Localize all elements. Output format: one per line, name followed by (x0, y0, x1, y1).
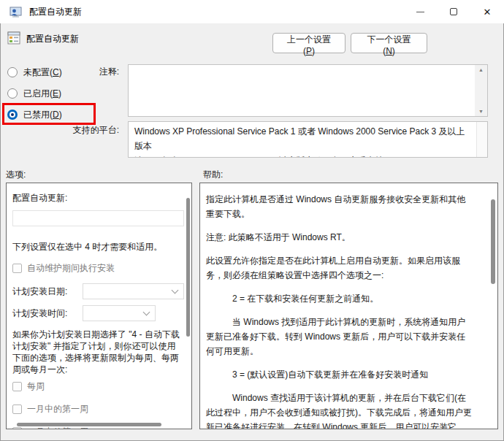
titlebar: 配置自动更新 ✕ (0, 0, 504, 23)
group-policy-setting-window: 配置自动更新 ✕ 配置自动更新 上一个设置(P) 下一个设置(N) 未配置(C)… (0, 0, 504, 441)
header-row: 配置自动更新 上一个设置(P) 下一个设置(N) (0, 23, 504, 58)
options-horizontal-scrollbar[interactable] (17, 423, 161, 426)
maximize-icon (450, 8, 457, 15)
help-paragraph: 当 Windows 找到适用于此计算机的更新时，系统将通知用户更新已准备好下载。… (206, 315, 474, 358)
comment-value (129, 65, 475, 116)
help-paragraph: 此设置允许你指定是否在此计算机上启用自动更新。如果启用该服务，则必须在组策略设置… (206, 253, 474, 283)
checkbox-icon (12, 404, 22, 414)
help-paragraph: 2 = 在下载和安装任何更新之前通知。 (206, 291, 474, 306)
radio-enabled[interactable]: 已启用(E) (7, 87, 61, 100)
radio-icon (7, 67, 18, 77)
close-button[interactable]: ✕ (470, 0, 504, 23)
setting-title: 配置自动更新 (26, 33, 79, 45)
help-paragraph: Windows 查找适用于该计算机的更新，并在后台下载它们(在此过程中，用户不会… (206, 391, 474, 429)
options-panel: 配置自动更新: 下列设置仅在选中 4 时才需要和适用。 自动维护期间执行安装 计… (6, 183, 192, 429)
options-vertical-scrollbar[interactable] (186, 198, 190, 337)
chevron-down-icon (143, 308, 150, 315)
minimize-icon (416, 12, 424, 12)
scheduled-day-row: 计划安装日期: (12, 283, 184, 299)
comment-scrollbar[interactable]: ▲ ▼ (475, 65, 487, 116)
checkbox-label: 每周 (27, 380, 45, 393)
options-note: 下列设置仅在选中 4 时才需要和适用。 (12, 241, 184, 253)
comment-label: 注释: (44, 66, 119, 78)
next-setting-button[interactable]: 下一个设置(N) (351, 33, 427, 53)
checkbox-label: 一月中的第一周 (27, 403, 88, 415)
radio-icon-selected (7, 110, 18, 120)
maintenance-checkbox-row[interactable]: 自动维护期间执行安装 (12, 262, 184, 275)
close-icon: ✕ (484, 7, 492, 17)
configure-updates-heading: 配置自动更新: (12, 192, 184, 204)
window-title: 配置自动更新 (29, 6, 82, 18)
first-week-checkbox-row[interactable]: 一月中的第一周 (12, 403, 184, 415)
options-paragraph: 如果你为计划安装日期选择了 "4 - 自动下载计划安装" 并指定了计划，则你还可… (12, 329, 184, 375)
checkbox-label: 自动维护期间执行安装 (27, 262, 115, 275)
scheduled-day-label: 计划安装日期: (12, 285, 83, 298)
options-section-label: 选项: (6, 169, 26, 181)
configure-updates-dropdown[interactable] (12, 210, 184, 226)
supported-line-2: 选项 7 仅在 Windows Server 2016 及以上版本的服务器上受支… (134, 156, 383, 157)
scheduled-time-label: 计划安装时间: (12, 307, 83, 320)
help-section-label: 帮助: (203, 169, 223, 181)
help-panel: 指定此计算机是否通过 Windows 自动更新服务接收安全更新和其他重要下载。 … (199, 183, 498, 429)
help-text: 指定此计算机是否通过 Windows 自动更新服务接收安全更新和其他重要下载。 … (200, 183, 497, 429)
scheduled-time-dropdown[interactable] (83, 305, 156, 321)
supported-label: 支持的平台: (44, 124, 119, 137)
scheduled-day-dropdown[interactable] (83, 283, 184, 299)
radio-label: 已禁用(D) (23, 109, 62, 121)
scroll-up-icon[interactable]: ▲ (478, 67, 484, 72)
help-paragraph: 注意: 此策略不适用于 Windows RT。 (206, 230, 474, 245)
help-paragraph: 指定此计算机是否通过 Windows 自动更新服务接收安全更新和其他重要下载。 (206, 192, 474, 221)
help-paragraph: 3 = (默认设置)自动下载更新并在准备好安装时通知 (206, 367, 474, 382)
radio-disabled[interactable]: 已禁用(D) (7, 108, 62, 121)
maximize-button[interactable] (437, 0, 470, 23)
checkbox-icon (12, 382, 22, 391)
supported-line-1: Windows XP Professional Service Pack 1 或… (134, 126, 465, 151)
scheduled-time-row: 计划安装时间: (12, 305, 184, 321)
scroll-down-icon[interactable]: ▼ (478, 109, 484, 114)
supported-scrollbar[interactable] (476, 122, 487, 157)
minimize-button[interactable] (403, 0, 437, 23)
caption-buttons: ✕ (403, 0, 504, 23)
comment-textarea[interactable]: ▲ ▼ (128, 64, 488, 117)
chevron-down-icon (172, 286, 179, 294)
radio-label: 已启用(E) (23, 88, 61, 100)
options-scroll-area[interactable]: 配置自动更新: 下列设置仅在选中 4 时才需要和适用。 自动维护期间执行安装 计… (7, 183, 191, 429)
app-icon (9, 6, 22, 18)
help-scroll-area[interactable]: 指定此计算机是否通过 Windows 自动更新服务接收安全更新和其他重要下载。 … (200, 183, 497, 429)
supported-textbox[interactable]: Windows XP Professional Service Pack 1 或… (128, 121, 488, 158)
radio-icon (7, 88, 18, 99)
policy-setting-icon (7, 31, 20, 45)
checkbox-icon (12, 427, 22, 429)
previous-setting-button[interactable]: 上一个设置(P) (272, 33, 345, 53)
weekly-checkbox-row[interactable]: 每周 (12, 380, 184, 393)
checkbox-icon (12, 264, 22, 273)
supported-text: Windows XP Professional Service Pack 1 或… (129, 122, 476, 157)
help-vertical-scrollbar[interactable] (491, 199, 495, 284)
